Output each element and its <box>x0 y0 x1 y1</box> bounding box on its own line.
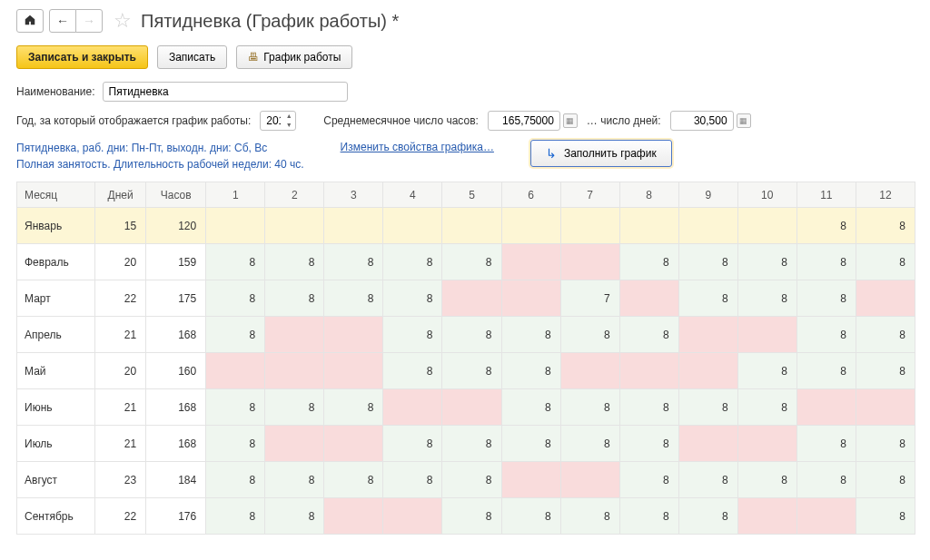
table-row[interactable]: Март2217588887888 <box>17 280 915 317</box>
day-cell[interactable]: 8 <box>265 244 324 280</box>
days-cell[interactable]: 21 <box>95 426 146 462</box>
name-input[interactable] <box>103 82 348 102</box>
day-cell[interactable] <box>324 426 383 462</box>
days-cell[interactable]: 15 <box>95 208 146 244</box>
hours-cell[interactable]: 175 <box>146 280 206 317</box>
days-cell[interactable]: 23 <box>95 462 146 498</box>
day-cell[interactable]: 8 <box>501 389 560 426</box>
col-d2[interactable]: 2 <box>265 182 324 208</box>
month-cell[interactable]: Август <box>17 462 95 498</box>
table-row[interactable]: Август231848888888888 <box>17 462 915 498</box>
day-cell[interactable] <box>737 317 796 353</box>
day-cell[interactable]: 8 <box>442 426 501 462</box>
month-cell[interactable]: Сентябрь <box>17 498 95 535</box>
day-cell[interactable]: 8 <box>265 498 324 535</box>
month-cell[interactable]: Март <box>17 280 95 317</box>
col-d6[interactable]: 6 <box>501 182 560 208</box>
day-cell[interactable] <box>560 244 619 280</box>
table-row[interactable]: Апрель2116888888888 <box>17 317 915 353</box>
day-cell[interactable] <box>442 280 501 317</box>
day-cell[interactable]: 8 <box>265 280 324 317</box>
day-cell[interactable]: 8 <box>856 498 915 535</box>
day-cell[interactable] <box>678 353 737 389</box>
day-cell[interactable]: 8 <box>501 317 560 353</box>
day-cell[interactable] <box>560 208 619 244</box>
hours-cell[interactable]: 176 <box>146 498 206 535</box>
save-and-close-button[interactable]: Записать и закрыть <box>16 45 148 69</box>
day-cell[interactable]: 8 <box>560 498 619 535</box>
day-cell[interactable] <box>324 498 383 535</box>
col-d12[interactable]: 12 <box>856 182 915 208</box>
day-cell[interactable]: 8 <box>737 462 796 498</box>
year-down-icon[interactable]: ▼ <box>283 121 294 130</box>
day-cell[interactable] <box>678 317 737 353</box>
day-cell[interactable]: 8 <box>737 389 796 426</box>
days-cell[interactable]: 22 <box>95 498 146 535</box>
save-button[interactable]: Записать <box>157 45 227 69</box>
days-cell[interactable]: 21 <box>95 389 146 426</box>
day-cell[interactable]: 8 <box>737 280 796 317</box>
day-cell[interactable] <box>442 389 501 426</box>
day-cell[interactable] <box>206 353 265 389</box>
nav-back-button[interactable]: ← <box>49 9 76 33</box>
table-row[interactable]: Май20160888888 <box>17 353 915 389</box>
day-cell[interactable]: 8 <box>856 208 915 244</box>
col-d3[interactable]: 3 <box>324 182 383 208</box>
days-cell[interactable]: 21 <box>95 317 146 353</box>
calculator-icon[interactable]: ▦ <box>563 113 578 128</box>
day-cell[interactable] <box>501 280 560 317</box>
nav-forward-button[interactable]: → <box>75 9 103 33</box>
hours-cell[interactable]: 159 <box>146 244 206 280</box>
home-button[interactable] <box>16 9 44 33</box>
col-d4[interactable]: 4 <box>383 182 442 208</box>
edit-properties-link[interactable]: Изменить свойства графика… <box>341 140 494 155</box>
calculator-icon[interactable]: ▦ <box>737 113 751 128</box>
day-cell[interactable] <box>856 280 915 317</box>
table-row[interactable]: Июль2116888888888 <box>17 426 915 462</box>
day-cell[interactable]: 8 <box>678 498 737 535</box>
col-d7[interactable]: 7 <box>560 182 619 208</box>
day-cell[interactable]: 8 <box>678 389 737 426</box>
days-cell[interactable]: 20 <box>95 353 146 389</box>
hours-cell[interactable]: 168 <box>146 317 206 353</box>
day-cell[interactable]: 8 <box>619 389 678 426</box>
day-cell[interactable]: 8 <box>678 244 737 280</box>
day-cell[interactable]: 8 <box>383 462 442 498</box>
day-cell[interactable] <box>619 280 678 317</box>
day-cell[interactable]: 8 <box>796 426 856 462</box>
day-cell[interactable] <box>856 389 915 426</box>
day-cell[interactable]: 8 <box>206 498 265 535</box>
day-cell[interactable]: 8 <box>619 498 678 535</box>
day-cell[interactable] <box>501 208 560 244</box>
day-cell[interactable] <box>560 353 619 389</box>
day-cell[interactable]: 8 <box>856 244 915 280</box>
schedule-button[interactable]: 🖶 График работы <box>236 45 352 69</box>
day-cell[interactable] <box>560 462 619 498</box>
day-cell[interactable]: 8 <box>501 353 560 389</box>
hours-cell[interactable]: 184 <box>146 462 206 498</box>
fill-schedule-button[interactable]: ↳ Заполнить график <box>530 140 672 167</box>
day-cell[interactable] <box>265 353 324 389</box>
day-cell[interactable] <box>324 208 383 244</box>
day-cell[interactable]: 8 <box>796 244 856 280</box>
day-cell[interactable]: 8 <box>324 244 383 280</box>
day-cell[interactable]: 8 <box>856 462 915 498</box>
day-cell[interactable]: 8 <box>619 244 678 280</box>
day-cell[interactable]: 8 <box>206 244 265 280</box>
day-cell[interactable]: 8 <box>619 317 678 353</box>
day-cell[interactable]: 8 <box>796 462 856 498</box>
day-cell[interactable] <box>796 498 856 535</box>
day-cell[interactable] <box>501 462 560 498</box>
day-cell[interactable] <box>383 498 442 535</box>
day-cell[interactable] <box>265 426 324 462</box>
avg-hours-input[interactable] <box>488 111 560 131</box>
day-cell[interactable]: 8 <box>383 244 442 280</box>
day-cell[interactable]: 8 <box>678 280 737 317</box>
day-cell[interactable]: 8 <box>560 389 619 426</box>
day-cell[interactable]: 8 <box>324 280 383 317</box>
year-up-icon[interactable]: ▲ <box>283 112 294 121</box>
day-cell[interactable]: 8 <box>619 426 678 462</box>
day-cell[interactable]: 8 <box>383 280 442 317</box>
day-cell[interactable]: 8 <box>442 462 501 498</box>
day-cell[interactable]: 8 <box>856 317 915 353</box>
